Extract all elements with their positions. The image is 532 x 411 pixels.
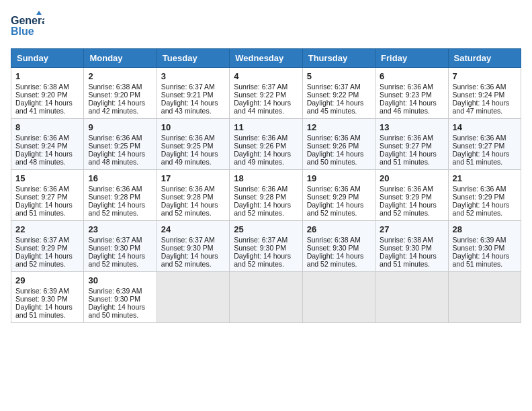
calendar-day-cell: 13 Sunrise: 6:36 AM Sunset: 9:27 PM Dayl…	[375, 119, 448, 170]
sunrise-text: Sunrise: 6:37 AM	[307, 83, 361, 91]
sunset-text: Sunset: 9:30 PM	[453, 244, 505, 252]
svg-marker-2	[36, 11, 42, 15]
calendar-day-cell: 21 Sunrise: 6:36 AM Sunset: 9:29 PM Dayl…	[448, 170, 521, 221]
day-number: 17	[161, 173, 225, 183]
daylight-text: Daylight: 14 hours and 47 minutes.	[453, 99, 510, 115]
daylight-text: Daylight: 14 hours and 48 minutes.	[15, 150, 73, 166]
day-number: 23	[88, 224, 152, 234]
day-number: 27	[380, 224, 443, 234]
daylight-text: Daylight: 14 hours and 51 minutes.	[380, 150, 437, 166]
daylight-text: Daylight: 14 hours and 52 minutes.	[234, 201, 291, 217]
calendar-week-row: 29 Sunrise: 6:39 AM Sunset: 9:30 PM Dayl…	[11, 272, 521, 323]
daylight-text: Daylight: 14 hours and 51 minutes.	[380, 252, 437, 268]
daylight-text: Daylight: 14 hours and 52 minutes.	[307, 201, 364, 217]
sunset-text: Sunset: 9:28 PM	[161, 193, 214, 201]
weekday-header: Saturday	[448, 49, 521, 68]
sunrise-text: Sunrise: 6:36 AM	[380, 83, 433, 91]
sunrise-text: Sunrise: 6:37 AM	[88, 236, 142, 244]
sunrise-text: Sunrise: 6:36 AM	[15, 134, 69, 142]
sunrise-text: Sunrise: 6:36 AM	[453, 83, 506, 91]
calendar-day-cell: 12 Sunrise: 6:36 AM Sunset: 9:26 PM Dayl…	[302, 119, 375, 170]
day-number: 22	[15, 224, 79, 234]
day-number: 13	[380, 122, 443, 132]
sunrise-text: Sunrise: 6:36 AM	[453, 134, 506, 142]
calendar-day-cell: 3 Sunrise: 6:37 AM Sunset: 9:21 PM Dayli…	[157, 68, 229, 119]
calendar-day-cell: 9 Sunrise: 6:36 AM Sunset: 9:25 PM Dayli…	[84, 119, 157, 170]
day-number: 1	[15, 71, 79, 81]
day-number: 12	[307, 122, 371, 132]
calendar-week-row: 22 Sunrise: 6:37 AM Sunset: 9:29 PM Dayl…	[11, 221, 521, 272]
calendar-day-cell: 25 Sunrise: 6:37 AM Sunset: 9:30 PM Dayl…	[230, 221, 302, 272]
calendar-day-cell	[375, 272, 448, 323]
sunrise-text: Sunrise: 6:36 AM	[380, 185, 433, 193]
logo: General Blue	[11, 11, 44, 40]
sunset-text: Sunset: 9:25 PM	[88, 142, 140, 150]
calendar-day-cell: 22 Sunrise: 6:37 AM Sunset: 9:29 PM Dayl…	[11, 221, 84, 272]
sunrise-text: Sunrise: 6:36 AM	[161, 134, 215, 142]
calendar-day-cell: 16 Sunrise: 6:36 AM Sunset: 9:28 PM Dayl…	[84, 170, 157, 221]
daylight-text: Daylight: 14 hours and 52 minutes.	[161, 201, 218, 217]
day-number: 14	[453, 122, 517, 132]
daylight-text: Daylight: 14 hours and 51 minutes.	[453, 252, 510, 268]
day-number: 10	[161, 122, 225, 132]
daylight-text: Daylight: 14 hours and 44 minutes.	[234, 99, 291, 115]
calendar-day-cell: 14 Sunrise: 6:36 AM Sunset: 9:27 PM Dayl…	[448, 119, 521, 170]
daylight-text: Daylight: 14 hours and 52 minutes.	[453, 201, 510, 217]
daylight-text: Daylight: 14 hours and 52 minutes.	[15, 252, 73, 268]
calendar-week-row: 15 Sunrise: 6:36 AM Sunset: 9:27 PM Dayl…	[11, 170, 521, 221]
sunset-text: Sunset: 9:26 PM	[234, 142, 286, 150]
day-number: 3	[161, 71, 225, 81]
sunset-text: Sunset: 9:30 PM	[161, 244, 214, 252]
day-number: 19	[307, 173, 371, 183]
sunset-text: Sunset: 9:28 PM	[88, 193, 140, 201]
day-number: 21	[453, 173, 517, 183]
sunset-text: Sunset: 9:24 PM	[15, 142, 68, 150]
sunrise-text: Sunrise: 6:37 AM	[234, 83, 287, 91]
svg-text:Blue: Blue	[11, 26, 34, 37]
day-number: 4	[234, 71, 298, 81]
weekday-header: Monday	[84, 49, 157, 68]
day-number: 11	[234, 122, 298, 132]
sunset-text: Sunset: 9:30 PM	[88, 295, 140, 303]
calendar-day-cell: 10 Sunrise: 6:36 AM Sunset: 9:25 PM Dayl…	[157, 119, 229, 170]
calendar-day-cell: 29 Sunrise: 6:39 AM Sunset: 9:30 PM Dayl…	[11, 272, 84, 323]
sunrise-text: Sunrise: 6:36 AM	[88, 185, 142, 193]
day-number: 5	[307, 71, 371, 81]
daylight-text: Daylight: 14 hours and 46 minutes.	[380, 99, 437, 115]
sunset-text: Sunset: 9:27 PM	[453, 142, 505, 150]
sunrise-text: Sunrise: 6:36 AM	[307, 185, 361, 193]
calendar-day-cell: 26 Sunrise: 6:38 AM Sunset: 9:30 PM Dayl…	[302, 221, 375, 272]
sunset-text: Sunset: 9:20 PM	[88, 91, 140, 99]
sunset-text: Sunset: 9:22 PM	[234, 91, 286, 99]
calendar-day-cell: 19 Sunrise: 6:36 AM Sunset: 9:29 PM Dayl…	[302, 170, 375, 221]
weekday-header: Friday	[375, 49, 448, 68]
daylight-text: Daylight: 14 hours and 49 minutes.	[161, 150, 218, 166]
daylight-text: Daylight: 14 hours and 49 minutes.	[234, 150, 291, 166]
sunrise-text: Sunrise: 6:36 AM	[380, 134, 433, 142]
calendar-table: SundayMondayTuesdayWednesdayThursdayFrid…	[11, 48, 521, 323]
sunrise-text: Sunrise: 6:36 AM	[161, 185, 215, 193]
sunrise-text: Sunrise: 6:37 AM	[15, 236, 69, 244]
day-number: 30	[88, 275, 152, 285]
sunset-text: Sunset: 9:25 PM	[161, 142, 214, 150]
calendar-day-cell: 11 Sunrise: 6:36 AM Sunset: 9:26 PM Dayl…	[230, 119, 302, 170]
svg-text:General: General	[11, 15, 44, 26]
sunset-text: Sunset: 9:26 PM	[307, 142, 359, 150]
sunrise-text: Sunrise: 6:36 AM	[307, 134, 361, 142]
calendar-header-row: SundayMondayTuesdayWednesdayThursdayFrid…	[11, 49, 521, 68]
daylight-text: Daylight: 14 hours and 52 minutes.	[88, 201, 145, 217]
sunrise-text: Sunrise: 6:37 AM	[161, 83, 215, 91]
calendar-day-cell: 24 Sunrise: 6:37 AM Sunset: 9:30 PM Dayl…	[157, 221, 229, 272]
sunset-text: Sunset: 9:28 PM	[234, 193, 286, 201]
calendar-day-cell	[448, 272, 521, 323]
sunset-text: Sunset: 9:22 PM	[307, 91, 359, 99]
sunset-text: Sunset: 9:21 PM	[161, 91, 214, 99]
calendar-day-cell	[157, 272, 229, 323]
sunset-text: Sunset: 9:30 PM	[234, 244, 286, 252]
sunset-text: Sunset: 9:20 PM	[15, 91, 68, 99]
daylight-text: Daylight: 14 hours and 52 minutes.	[161, 252, 218, 268]
weekday-header: Wednesday	[230, 49, 302, 68]
sunset-text: Sunset: 9:27 PM	[15, 193, 68, 201]
daylight-text: Daylight: 14 hours and 42 minutes.	[88, 99, 145, 115]
calendar-day-cell: 23 Sunrise: 6:37 AM Sunset: 9:30 PM Dayl…	[84, 221, 157, 272]
